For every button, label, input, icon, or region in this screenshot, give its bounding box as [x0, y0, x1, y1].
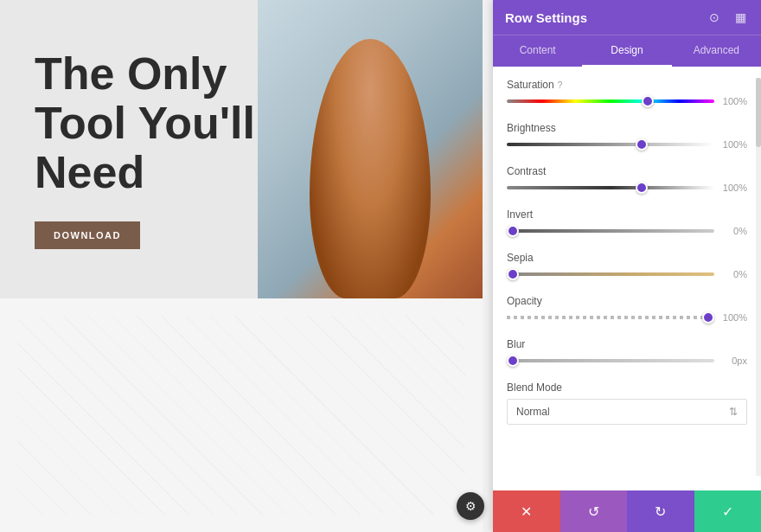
- opacity-label: Opacity: [507, 295, 542, 307]
- brightness-label: Brightness: [507, 122, 556, 134]
- contrast-label: Contrast: [507, 165, 546, 177]
- header-icons: ⊙ ▦: [706, 9, 749, 26]
- panel-title: Row Settings: [505, 10, 587, 25]
- tab-design[interactable]: Design: [582, 35, 671, 67]
- invert-value: 0%: [721, 226, 747, 236]
- panel-content: Saturation ? 100% Brightness 100%: [493, 67, 761, 490]
- sepia-row: Sepia 0%: [507, 252, 747, 279]
- download-button[interactable]: DownloaD: [35, 221, 140, 249]
- brightness-value: 100%: [721, 139, 747, 150]
- tab-content[interactable]: Content: [493, 35, 582, 67]
- contrast-value: 100%: [721, 183, 747, 193]
- opacity-slider[interactable]: [507, 316, 714, 319]
- saturation-slider[interactable]: [507, 99, 714, 103]
- brightness-row: Brightness 100%: [507, 122, 747, 150]
- scrollbar-thumb[interactable]: [756, 78, 761, 147]
- hero-text: The Only Tool You'll Need DownloaD: [0, 23, 290, 276]
- tab-advanced[interactable]: Advanced: [672, 35, 761, 67]
- saturation-label: Saturation: [507, 79, 554, 91]
- saturation-value: 100%: [721, 96, 747, 106]
- opacity-thumb[interactable]: [702, 311, 714, 324]
- brightness-slider[interactable]: [507, 143, 714, 146]
- blur-thumb[interactable]: [507, 355, 519, 367]
- blur-label: Blur: [507, 338, 525, 350]
- sepia-value: 0%: [721, 269, 747, 279]
- sepia-label: Sepia: [507, 252, 534, 264]
- cancel-button[interactable]: ✕: [493, 490, 560, 532]
- wrench-icon: ⚙: [465, 499, 476, 513]
- panel-header: Row Settings ⊙ ▦: [493, 0, 761, 35]
- blur-value: 0px: [721, 356, 747, 366]
- contrast-row: Contrast 100%: [507, 165, 747, 193]
- undo-button[interactable]: ↺: [560, 490, 628, 532]
- watermark: [17, 316, 465, 515]
- saturation-thumb[interactable]: [642, 95, 654, 107]
- blend-mode-label: Blend Mode: [507, 381, 747, 394]
- panel-tabs: Content Design Advanced: [493, 35, 761, 67]
- sepia-thumb[interactable]: [507, 268, 519, 280]
- blend-mode-section: Blend Mode Normal Multiply Screen Overla…: [507, 381, 747, 425]
- hero-title: The Only Tool You'll Need: [35, 49, 255, 198]
- hero-image: [258, 0, 483, 298]
- invert-label: Invert: [507, 208, 533, 221]
- blur-row: Blur 0px: [507, 338, 747, 366]
- brightness-thumb[interactable]: [636, 138, 648, 151]
- invert-thumb[interactable]: [507, 225, 519, 237]
- invert-slider[interactable]: [507, 229, 714, 233]
- saturation-row: Saturation ? 100%: [507, 79, 747, 106]
- contrast-slider[interactable]: [507, 186, 714, 189]
- invert-row: Invert 0%: [507, 208, 747, 236]
- left-panel: The Only Tool You'll Need DownloaD: [0, 0, 483, 532]
- settings-icon[interactable]: ⊙: [706, 9, 723, 26]
- left-bottom: [0, 298, 483, 532]
- blur-slider[interactable]: [507, 359, 714, 362]
- contrast-thumb[interactable]: [636, 182, 648, 194]
- redo-button[interactable]: ↻: [627, 490, 694, 532]
- floating-tool-button[interactable]: ⚙: [457, 492, 484, 520]
- opacity-row: Opacity 100%: [507, 295, 747, 323]
- blend-mode-wrapper: Normal Multiply Screen Overlay Darken Li…: [507, 399, 747, 425]
- save-button[interactable]: ✓: [694, 490, 762, 532]
- opacity-value: 100%: [721, 312, 747, 323]
- sepia-slider[interactable]: [507, 272, 714, 276]
- blend-mode-select[interactable]: Normal Multiply Screen Overlay Darken Li…: [508, 400, 746, 424]
- scrollbar-track: [756, 78, 761, 476]
- right-panel: Row Settings ⊙ ▦ Content Design Advanced…: [493, 0, 761, 532]
- hero-section: The Only Tool You'll Need DownloaD: [0, 0, 483, 298]
- grid-icon[interactable]: ▦: [732, 9, 749, 26]
- panel-footer: ✕ ↺ ↻ ✓: [493, 490, 761, 532]
- saturation-help: ?: [558, 80, 563, 90]
